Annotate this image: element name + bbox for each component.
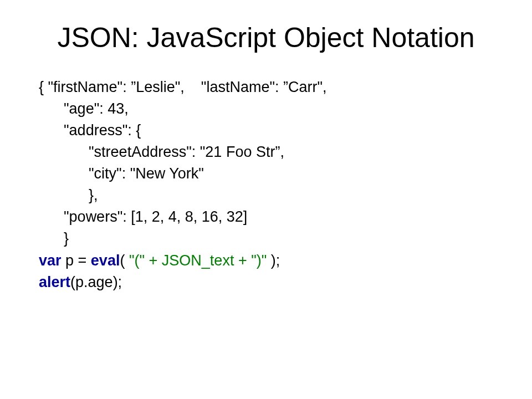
slide-title: JSON: JavaScript Object Notation — [33, 22, 499, 54]
paren-close-2: ); — [113, 274, 122, 290]
text-assign: p = — [62, 252, 91, 269]
code-line-5: "city": "New York" — [39, 165, 204, 182]
paren-close: ); — [271, 252, 280, 269]
code-line-1: { "firstName": ”Leslie", "lastName": ”Ca… — [39, 79, 327, 95]
slide: JSON: JavaScript Object Notation { "firs… — [0, 0, 532, 399]
code-js-line-1: var p = eval( "(" + JSON_text + ")" ); — [39, 252, 280, 269]
code-line-8: } — [39, 230, 69, 247]
code-line-6: }, — [39, 187, 98, 203]
eval-arg: "(" + JSON_text + ")" — [125, 252, 270, 269]
code-block: { "firstName": ”Leslie", "lastName": ”Ca… — [39, 76, 499, 293]
code-line-2: "age": 43, — [39, 100, 129, 117]
fn-eval: eval — [91, 252, 120, 269]
paren-open-2: ( — [70, 274, 75, 290]
alert-arg: p.age — [75, 274, 113, 290]
code-line-4: "streetAddress": "21 Foo Str”, — [39, 144, 284, 160]
code-line-7: "powers": [1, 2, 4, 8, 16, 32] — [39, 208, 247, 225]
keyword-var: var — [39, 252, 62, 269]
code-line-3: "address": { — [39, 122, 141, 139]
fn-alert: alert — [39, 274, 70, 290]
code-js-line-2: alert(p.age); — [39, 274, 122, 290]
